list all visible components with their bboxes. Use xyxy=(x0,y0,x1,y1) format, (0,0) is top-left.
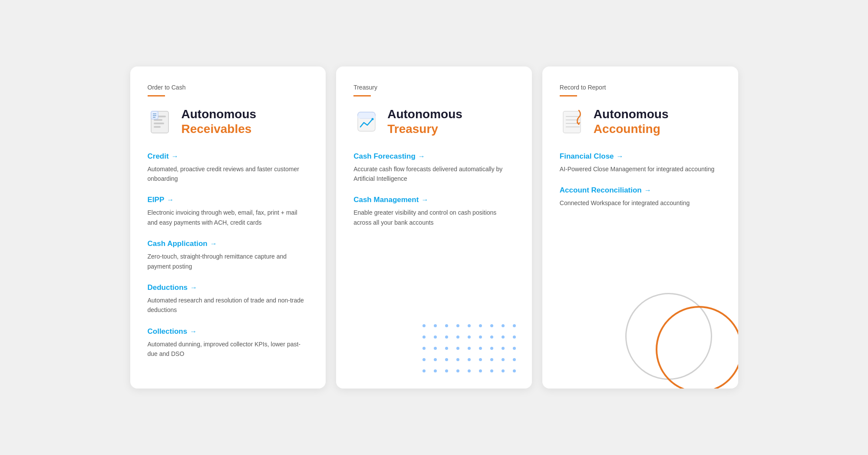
dot-decoration xyxy=(456,347,459,350)
feature-link-deductions[interactable]: Deductions → xyxy=(148,283,309,292)
dot-decoration xyxy=(513,369,516,372)
category-divider xyxy=(148,95,165,96)
card-receivables: Order to Cash Autonomous Receivables Cre… xyxy=(130,66,326,388)
card-icon-receivables xyxy=(148,109,174,135)
dot-decoration xyxy=(468,358,471,361)
arrow-icon: → xyxy=(421,196,428,204)
feature-account-reconciliation: Account Reconciliation → Connected Works… xyxy=(560,186,721,208)
feature-link-eipp[interactable]: EIPP → xyxy=(148,196,309,204)
feature-desc-account-reconciliation: Connected Workspace for integrated accou… xyxy=(560,198,721,208)
feature-cash-forecasting: Cash Forecasting → Accurate cash flow fo… xyxy=(353,152,515,184)
feature-desc-credit: Automated, proactive credit reviews and … xyxy=(148,164,309,184)
feature-link-account-reconciliation[interactable]: Account Reconciliation → xyxy=(560,186,721,195)
dot-decoration xyxy=(490,335,493,339)
feature-deductions: Deductions → Automated research and reso… xyxy=(148,283,309,315)
feature-desc-cash-forecasting: Accurate cash flow forecasts delivered a… xyxy=(353,164,515,184)
feature-desc-cash-management: Enable greater visibility and control on… xyxy=(353,208,515,227)
arrow-icon: → xyxy=(210,240,217,248)
feature-label-cash-application: Cash Application xyxy=(148,239,208,248)
feature-desc-deductions: Automated research and resolution of tra… xyxy=(148,296,309,315)
feature-link-credit[interactable]: Credit → xyxy=(148,152,309,161)
svg-rect-11 xyxy=(358,116,375,118)
dot-decoration xyxy=(502,347,505,350)
dot-decoration xyxy=(502,324,505,327)
dot-decoration xyxy=(422,335,426,339)
dot-decoration xyxy=(468,369,471,372)
dot-decoration xyxy=(434,347,437,350)
card-title-bottom: Receivables xyxy=(182,122,257,136)
feature-label-cash-management: Cash Management xyxy=(353,196,419,204)
arrow-icon: → xyxy=(167,196,174,204)
feature-label-financial-close: Financial Close xyxy=(560,152,614,161)
dot-decoration xyxy=(445,335,448,339)
svg-rect-5 xyxy=(151,111,158,119)
dot-decoration xyxy=(434,335,437,339)
dot-decoration xyxy=(445,347,448,350)
card-treasury: Treasury Autonomous Treasury Cash Foreca… xyxy=(336,66,532,388)
feature-link-cash-application[interactable]: Cash Application → xyxy=(148,239,309,248)
svg-point-12 xyxy=(372,118,374,120)
feature-link-cash-forecasting[interactable]: Cash Forecasting → xyxy=(353,152,515,161)
dot-decoration xyxy=(422,358,426,361)
arrow-icon: → xyxy=(190,284,197,292)
dot-decoration xyxy=(502,358,505,361)
feature-label-account-reconciliation: Account Reconciliation xyxy=(560,186,642,195)
dot-decoration xyxy=(434,369,437,372)
dot-decoration xyxy=(513,335,516,339)
feature-label-eipp: EIPP xyxy=(148,196,165,204)
dot-decoration xyxy=(490,369,493,372)
card-title-bottom: Treasury xyxy=(387,122,462,136)
dot-decoration xyxy=(479,369,482,372)
dot-decoration xyxy=(422,369,426,372)
dot-decoration xyxy=(502,369,505,372)
feature-label-deductions: Deductions xyxy=(148,283,188,292)
dot-decoration xyxy=(456,358,459,361)
dot-decoration xyxy=(422,347,426,350)
dot-decoration xyxy=(490,347,493,350)
card-title-bottom: Accounting xyxy=(594,122,669,136)
feature-eipp: EIPP → Electronic invoicing through web,… xyxy=(148,196,309,227)
feature-link-collections[interactable]: Collections → xyxy=(148,327,309,336)
feature-desc-collections: Automated dunning, improved collector KP… xyxy=(148,339,309,359)
dot-decoration xyxy=(468,335,471,339)
category-divider xyxy=(353,95,371,96)
svg-rect-2 xyxy=(154,119,162,121)
card-accounting: Record to Report Autonomous Accounting F… xyxy=(542,66,738,388)
arrow-icon: → xyxy=(644,186,651,194)
card-title-top: Autonomous xyxy=(594,107,669,122)
feature-label-credit: Credit xyxy=(148,152,169,161)
arrow-icon: → xyxy=(172,153,178,160)
dot-decoration xyxy=(456,324,459,327)
dot-grid-decoration xyxy=(422,324,519,375)
feature-financial-close: Financial Close → AI-Powered Close Manag… xyxy=(560,152,721,174)
card-header-accounting: Autonomous Accounting xyxy=(560,107,721,136)
card-header-treasury: Autonomous Treasury xyxy=(353,107,515,136)
card-title-accounting: Autonomous Accounting xyxy=(594,107,669,136)
feature-link-cash-management[interactable]: Cash Management → xyxy=(353,196,515,204)
dot-decoration xyxy=(468,347,471,350)
dot-decoration xyxy=(434,358,437,361)
dot-decoration xyxy=(422,324,426,327)
dot-decoration xyxy=(502,335,505,339)
dot-decoration xyxy=(445,358,448,361)
dot-decoration xyxy=(456,369,459,372)
svg-rect-4 xyxy=(154,126,161,128)
feature-label-collections: Collections xyxy=(148,327,188,336)
arrow-icon: → xyxy=(418,153,425,160)
feature-credit: Credit → Automated, proactive credit rev… xyxy=(148,152,309,184)
feature-desc-cash-application: Zero-touch, straight-through remittance … xyxy=(148,252,309,271)
dot-decoration xyxy=(479,324,482,327)
dot-decoration xyxy=(468,324,471,327)
feature-link-financial-close[interactable]: Financial Close → xyxy=(560,152,721,161)
arrow-icon: → xyxy=(190,328,197,335)
feature-cash-management: Cash Management → Enable greater visibil… xyxy=(353,196,515,227)
svg-rect-3 xyxy=(154,123,164,124)
card-header-receivables: Autonomous Receivables xyxy=(148,107,309,136)
card-icon-treasury xyxy=(353,109,380,135)
card-title-treasury: Autonomous Treasury xyxy=(387,107,462,136)
dot-decoration xyxy=(479,347,482,350)
category-divider xyxy=(560,95,577,96)
card-title-top: Autonomous xyxy=(387,107,462,122)
card-category-treasury: Treasury xyxy=(353,84,515,91)
dot-decoration xyxy=(490,324,493,327)
